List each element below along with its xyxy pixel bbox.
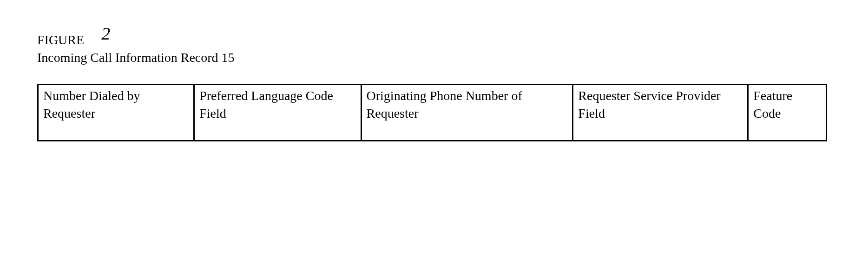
field-originating-phone: Originating Phone Number of Requester — [361, 85, 573, 141]
figure-subtitle: Incoming Call Information Record 15 — [37, 50, 831, 65]
field-number-dialed: Number Dialed by Requester — [38, 85, 194, 141]
field-feature-code: Feature Code — [748, 85, 827, 141]
field-preferred-language: Preferred Language Code Field — [194, 85, 361, 141]
figure-number: 2 — [101, 24, 110, 43]
record-table: Number Dialed by Requester Preferred Lan… — [37, 84, 827, 141]
field-service-provider: Requester Service Provider Field — [573, 85, 748, 141]
table-row: Number Dialed by Requester Preferred Lan… — [38, 85, 827, 141]
figure-text: FIGURE — [37, 33, 84, 47]
figure-label: FIGURE 2 — [37, 28, 831, 48]
